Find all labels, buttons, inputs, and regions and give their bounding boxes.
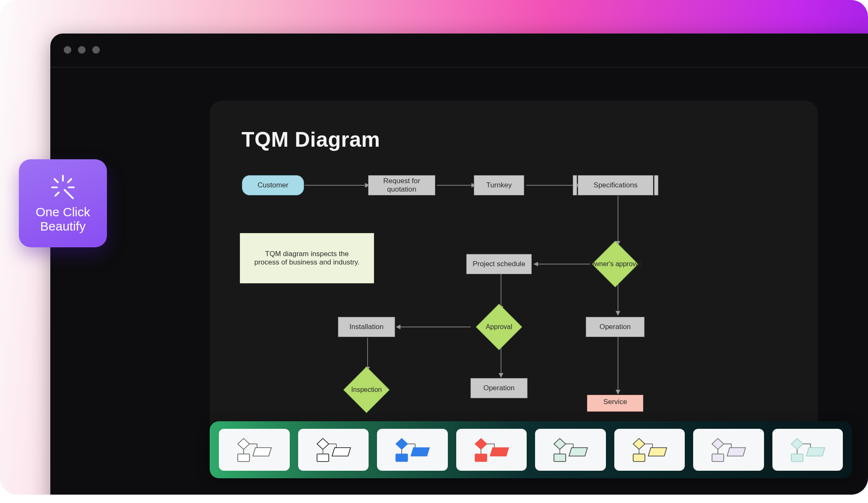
node-label: Customer [257,181,288,189]
svg-line-60 [55,179,58,182]
svg-line-64 [55,192,59,196]
node-note[interactable]: TQM diagram inspects the process of busi… [240,233,374,283]
svg-marker-17 [317,438,329,449]
window-minimize-dot[interactable] [78,46,86,54]
node-operation-bottom[interactable]: Operation [470,378,528,398]
window-traffic-lights [64,46,100,54]
theme-option-monochrome-outline[interactable] [219,429,290,471]
svg-rect-43 [633,454,645,462]
theme-option-blue[interactable] [377,429,448,471]
svg-marker-28 [411,448,429,456]
node-label: Approval [486,323,512,331]
node-label: Owner's approval [589,260,641,268]
node-label: Turnkey [486,181,512,189]
svg-rect-49 [712,454,724,462]
svg-marker-58 [806,448,825,456]
node-specifications[interactable]: Specifications [578,175,653,195]
theme-option-red[interactable] [456,429,527,471]
sparkle-wand-icon [49,173,76,200]
node-installation[interactable]: Installation [338,317,395,337]
promo-gradient-card: TQM Diagram [0,0,868,495]
node-customer[interactable]: Customer [242,175,304,195]
svg-marker-46 [648,448,667,456]
svg-marker-23 [396,438,408,449]
node-inspection[interactable]: Inspection [337,371,396,408]
theme-option-lavender[interactable] [693,429,764,471]
theme-option-teal-light[interactable] [772,429,843,471]
svg-marker-29 [475,438,487,449]
diagram-canvas[interactable]: TQM Diagram [210,101,818,469]
svg-line-61 [68,179,71,182]
svg-marker-53 [791,438,803,449]
node-label: Request for quotation [369,177,435,194]
svg-rect-37 [554,454,566,462]
svg-rect-19 [317,454,329,462]
node-label: Service [603,398,627,406]
svg-marker-35 [554,438,566,449]
svg-marker-41 [633,438,645,449]
node-project-schedule[interactable]: Project schedule [466,254,532,274]
node-label: Inspection [351,386,382,394]
svg-marker-40 [569,448,587,456]
node-request-quotation[interactable]: Request for quotation [368,175,435,195]
theme-option-yellow[interactable] [614,429,685,471]
badge-label: One ClickBeautify [36,205,90,234]
svg-marker-22 [332,448,351,456]
flowchart-layer: Customer Request for quotation Turnkey S… [210,101,818,469]
node-label: Operation [483,384,515,392]
theme-picker-strip [210,421,852,478]
node-turnkey[interactable]: Turnkey [474,175,524,195]
note-text: TQM diagram inspects the process of busi… [252,250,362,267]
svg-marker-52 [727,448,746,456]
svg-rect-13 [238,454,249,462]
node-service[interactable]: Service [587,395,643,412]
window-zoom-dot[interactable] [92,46,100,54]
svg-marker-11 [238,438,249,449]
theme-option-monochrome-bold[interactable] [298,429,369,471]
node-operation-right[interactable]: Operation [586,317,645,337]
node-label: Operation [600,323,631,331]
svg-marker-34 [490,448,509,456]
window-close-dot[interactable] [64,46,71,54]
svg-rect-25 [396,454,408,462]
svg-line-65 [65,190,73,198]
node-label: Installation [349,323,383,331]
svg-marker-16 [253,448,271,456]
node-approval[interactable]: Approval [469,309,529,345]
node-owners-approval[interactable]: Owner's approval [588,245,642,283]
svg-marker-47 [712,438,724,449]
svg-rect-55 [791,454,803,462]
connectors [210,101,818,469]
theme-option-mint[interactable] [535,429,606,471]
node-label: Project schedule [473,260,525,268]
window-divider [50,67,868,67]
svg-rect-31 [475,454,487,462]
node-label: Specifications [594,181,638,189]
one-click-beautify-badge[interactable]: One ClickBeautify [19,159,107,247]
